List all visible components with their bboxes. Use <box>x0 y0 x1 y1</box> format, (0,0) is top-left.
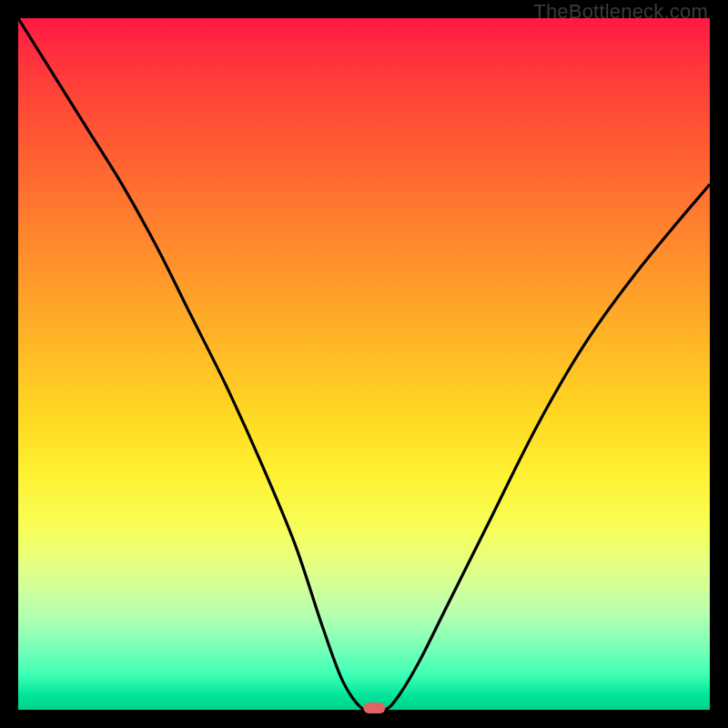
optimum-marker <box>363 703 385 713</box>
bottleneck-curve <box>18 18 710 710</box>
watermark-text: TheBottleneck.com <box>533 0 708 24</box>
chart-frame: TheBottleneck.com <box>0 0 728 728</box>
curve-line <box>18 18 710 713</box>
